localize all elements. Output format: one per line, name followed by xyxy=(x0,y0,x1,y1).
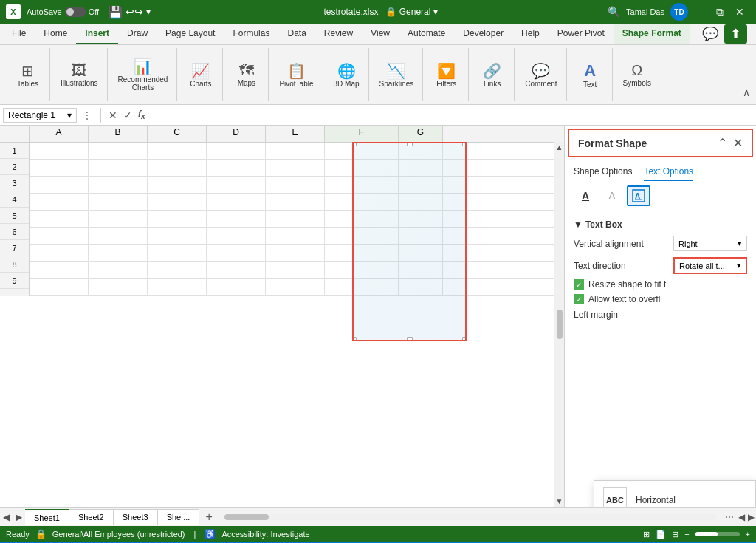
customize-icon[interactable]: ▾ xyxy=(146,7,151,17)
scroll-right-icon[interactable]: ▶ xyxy=(746,512,756,522)
normal-view-icon[interactable]: ⊞ xyxy=(643,530,650,539)
row-num-5[interactable]: 5 xyxy=(0,208,29,224)
tab-draw[interactable]: Draw xyxy=(118,24,157,44)
charts-button[interactable]: 📈 Charts xyxy=(186,61,216,89)
col-header-c[interactable]: C xyxy=(148,126,207,142)
row-num-8[interactable]: 8 xyxy=(0,256,29,273)
cell-e8[interactable] xyxy=(266,262,325,278)
filters-button[interactable]: 🔽 Filters xyxy=(432,61,461,89)
dropdown-item-horizontal[interactable]: ABC Horizontal xyxy=(594,481,755,507)
shape-options-tab[interactable]: Shape Options xyxy=(574,166,632,181)
cell-b7[interactable] xyxy=(89,245,148,261)
resize-handle-tl[interactable] xyxy=(352,142,357,146)
user-avatar[interactable]: TD xyxy=(670,3,688,21)
recommended-charts-button[interactable]: 📊 Recommended Charts xyxy=(115,56,171,93)
cell-d7[interactable] xyxy=(207,245,266,261)
3dmap-button[interactable]: 🌐 3D Map xyxy=(331,61,362,89)
cell-a3[interactable] xyxy=(30,177,89,193)
cell-e7[interactable] xyxy=(266,245,325,261)
comments-icon[interactable]: 💬 xyxy=(702,26,718,42)
tables-button[interactable]: ⊞ Tables xyxy=(13,61,43,89)
restore-button[interactable]: ⧉ xyxy=(710,3,729,21)
text-box-tab[interactable]: A xyxy=(627,185,650,206)
cell-b4[interactable] xyxy=(89,194,148,210)
tab-developer[interactable]: Developer xyxy=(454,24,512,44)
confirm-formula-icon[interactable]: ✓ xyxy=(122,108,134,123)
sheet-nav-right-icon[interactable]: ▶ xyxy=(13,512,25,522)
cell-a9[interactable] xyxy=(30,279,89,295)
scroll-left-icon[interactable]: ◀ xyxy=(737,512,746,522)
sheet-tab-2[interactable]: Sheet2 xyxy=(69,509,114,525)
maps-button[interactable]: 🗺 Maps xyxy=(232,61,261,89)
sheet-tab-1[interactable]: Sheet1 xyxy=(25,509,69,525)
cell-a5[interactable] xyxy=(30,211,89,227)
resize-handle-bl[interactable] xyxy=(352,337,357,341)
cell-e9[interactable] xyxy=(266,279,325,295)
cell-b1[interactable] xyxy=(89,143,148,159)
sheet-options-icon[interactable]: ⋯ xyxy=(722,512,737,522)
tab-review[interactable]: Review xyxy=(315,24,362,44)
text-options-tab[interactable]: Text Options xyxy=(644,166,693,181)
sparklines-button[interactable]: 📉 Sparklines xyxy=(377,61,417,89)
cell-a7[interactable] xyxy=(30,245,89,261)
redo-icon[interactable]: ↪ xyxy=(134,6,143,18)
search-icon[interactable]: 🔍 xyxy=(608,6,620,18)
vertical-alignment-control[interactable]: Right ▾ xyxy=(673,236,747,251)
cell-c9[interactable] xyxy=(148,279,207,295)
text-fill-tab[interactable]: A xyxy=(574,185,597,206)
cell-c1[interactable] xyxy=(148,143,207,159)
autosave-toggle[interactable] xyxy=(65,7,86,17)
illustrations-button[interactable]: 🖼 Illustrations xyxy=(58,61,101,89)
cell-e5[interactable] xyxy=(266,211,325,227)
panel-shrink-button[interactable]: ⌃ xyxy=(718,136,727,150)
text-box-section[interactable]: ▼ Text Box xyxy=(565,216,756,233)
row-num-7[interactable]: 7 xyxy=(0,240,29,256)
text-button[interactable]: A Text xyxy=(575,60,605,90)
resize-handle-tr[interactable] xyxy=(462,142,467,146)
cell-b3[interactable] xyxy=(89,177,148,193)
formula-menu-icon[interactable]: ⋮ xyxy=(80,109,94,122)
col-header-f[interactable]: F xyxy=(325,126,399,142)
sheet-nav-left-icon[interactable]: ◀ xyxy=(0,512,13,522)
tab-file[interactable]: File xyxy=(3,24,35,44)
cell-a6[interactable] xyxy=(30,228,89,244)
text-direction-select[interactable]: Rotate all t... ▾ xyxy=(673,257,747,274)
row-num-3[interactable]: 3 xyxy=(0,175,29,191)
cell-c6[interactable] xyxy=(148,228,207,244)
col-header-b[interactable]: B xyxy=(89,126,148,142)
panel-close-button[interactable]: ✕ xyxy=(733,136,743,150)
cell-a8[interactable] xyxy=(30,262,89,278)
shape-rectangle[interactable]: your xyxy=(352,142,467,341)
resize-handle-bm[interactable] xyxy=(407,337,413,341)
row-num-4[interactable]: 4 xyxy=(0,191,29,208)
resize-handle-tm[interactable] xyxy=(407,142,413,146)
col-header-g[interactable]: G xyxy=(399,126,443,142)
horizontal-scroll-thumb[interactable] xyxy=(224,514,269,520)
cell-c7[interactable] xyxy=(148,245,207,261)
horizontal-scrollbar[interactable] xyxy=(224,514,716,520)
add-sheet-button[interactable]: + xyxy=(199,508,218,527)
cell-d8[interactable] xyxy=(207,262,266,278)
close-button[interactable]: ✕ xyxy=(729,3,750,21)
sheet-tab-4[interactable]: She ... xyxy=(158,509,200,525)
undo-icon[interactable]: ↩ xyxy=(126,6,134,18)
tab-help[interactable]: Help xyxy=(512,24,549,44)
cell-d3[interactable] xyxy=(207,177,266,193)
resize-checkbox[interactable]: ✓ xyxy=(574,279,584,290)
cell-d9[interactable] xyxy=(207,279,266,295)
formula-input[interactable] xyxy=(150,110,753,120)
comment-button[interactable]: 💬 Comment xyxy=(522,61,560,89)
cell-e4[interactable] xyxy=(266,194,325,210)
name-box[interactable]: Rectangle 1 ▾ xyxy=(3,108,77,123)
resize-handle-br[interactable] xyxy=(462,337,467,341)
cell-e2[interactable] xyxy=(266,160,325,176)
insert-function-icon[interactable]: fx xyxy=(137,107,147,122)
tab-view[interactable]: View xyxy=(362,24,399,44)
row-num-2[interactable]: 2 xyxy=(0,159,29,175)
cell-e6[interactable] xyxy=(266,228,325,244)
zoom-out-icon[interactable]: − xyxy=(684,530,689,539)
cell-b9[interactable] xyxy=(89,279,148,295)
cell-c4[interactable] xyxy=(148,194,207,210)
zoom-slider[interactable] xyxy=(695,532,740,536)
ribbon-collapse-icon[interactable]: ∧ xyxy=(743,86,750,98)
